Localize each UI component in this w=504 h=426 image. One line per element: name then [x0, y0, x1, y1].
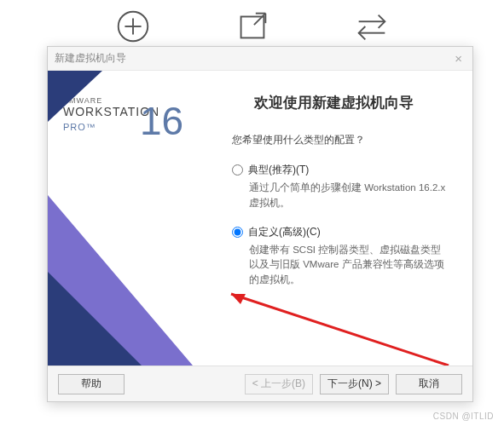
cancel-button[interactable]: 取消: [396, 374, 462, 394]
wizard-prompt: 您希望使用什么类型的配置？: [232, 133, 449, 147]
plus-circle-icon: [113, 7, 153, 46]
back-button: < 上一步(B): [245, 374, 313, 394]
svg-rect-3: [240, 17, 264, 38]
option-custom-desc: 创建带有 SCSI 控制器类型、虚拟磁盘类型以及与旧版 VMware 产品兼容性…: [249, 243, 449, 288]
option-typical-desc: 通过几个简单的步骤创建 Workstation 16.2.x 虚拟机。: [249, 181, 449, 211]
transfer-icon: [352, 7, 391, 46]
brand-version: 16: [140, 101, 183, 141]
triangle-decor: [48, 272, 142, 366]
dialog-main: 欢迎使用新建虚拟机向导 您希望使用什么类型的配置？ 典型(推荐)(T) 通过几个…: [210, 71, 472, 366]
dialog-sidebar-graphic: VMWARE WORKSTATION PRO™ 16: [48, 71, 210, 366]
next-button[interactable]: 下一步(N) >: [320, 374, 389, 394]
option-custom[interactable]: 自定义(高级)(C) 创建带有 SCSI 控制器类型、虚拟磁盘类型以及与旧版 V…: [232, 225, 449, 288]
dialog-title: 新建虚拟机向导: [55, 51, 126, 66]
wizard-heading: 欢迎使用新建虚拟机向导: [218, 93, 449, 112]
radio-typical[interactable]: [232, 164, 243, 176]
open-box-icon: [233, 7, 272, 46]
dialog-titlebar: 新建虚拟机向导 ×: [48, 47, 472, 71]
brand-pro: PRO™: [63, 120, 96, 132]
option-custom-label: 自定义(高级)(C): [248, 225, 321, 239]
triangle-decor: [48, 71, 102, 122]
new-vm-wizard-dialog: 新建虚拟机向导 × VMWARE WORKSTATION PRO™ 16 欢迎使…: [47, 46, 473, 402]
dialog-footer: 帮助 < 上一步(B) 下一步(N) > 取消: [48, 366, 472, 401]
option-typical-label: 典型(推荐)(T): [248, 163, 309, 177]
option-typical[interactable]: 典型(推荐)(T) 通过几个简单的步骤创建 Workstation 16.2.x…: [232, 163, 449, 211]
help-button[interactable]: 帮助: [58, 374, 125, 394]
close-icon[interactable]: ×: [451, 51, 466, 66]
radio-custom[interactable]: [232, 227, 243, 238]
watermark-text: CSDN @ITLID: [433, 412, 494, 421]
dialog-content: VMWARE WORKSTATION PRO™ 16 欢迎使用新建虚拟机向导 您…: [48, 71, 472, 366]
